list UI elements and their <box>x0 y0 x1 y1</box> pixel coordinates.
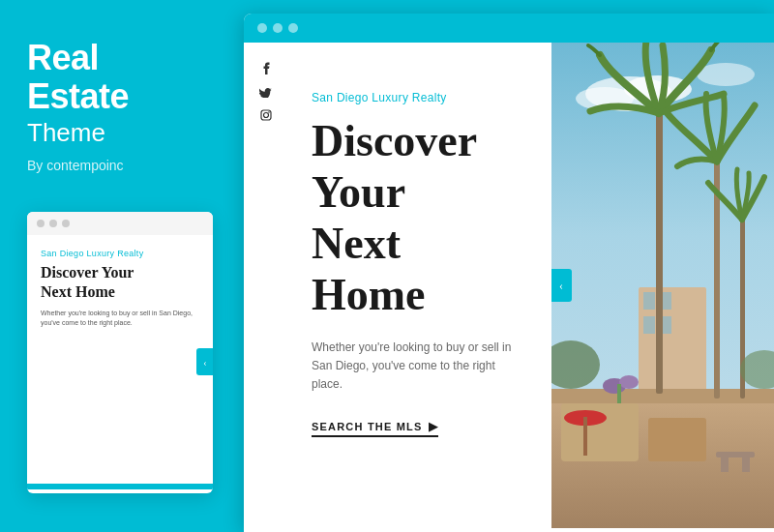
instagram-icon[interactable] <box>259 108 273 122</box>
svg-rect-19 <box>716 452 755 458</box>
main-dot-1 <box>257 23 267 33</box>
main-browser-bar <box>244 14 774 43</box>
svg-point-2 <box>268 111 270 113</box>
main-body-text: Whether you're looking to buy or sell in… <box>312 339 522 395</box>
photo-chevron-button[interactable]: ‹ <box>551 269 572 302</box>
mini-site-label: San Diego Luxury Realty <box>41 249 199 258</box>
svg-rect-25 <box>656 113 663 394</box>
main-content: San Diego Luxury Realty Discover Your Ne… <box>292 43 551 528</box>
svg-rect-16 <box>648 418 706 461</box>
mini-bottom-bar <box>27 484 213 489</box>
main-sidebar <box>244 43 292 528</box>
left-panel: Real Estate Theme By contempoinc San Die… <box>0 0 240 532</box>
main-heading: Discover Your Next Home <box>312 116 522 321</box>
main-dot-3 <box>288 23 298 33</box>
svg-point-23 <box>619 375 639 389</box>
svg-rect-21 <box>742 458 750 472</box>
mini-body-text: Whether you're looking to buy or sell in… <box>41 309 199 329</box>
mini-browser-mockup: San Diego Luxury Realty Discover Your Ne… <box>27 212 213 493</box>
mini-dot-2 <box>49 220 57 227</box>
svg-rect-9 <box>643 292 655 310</box>
main-browser: San Diego Luxury Realty Discover Your Ne… <box>244 14 774 532</box>
twitter-icon[interactable] <box>259 85 273 99</box>
brand-title: Real Estate <box>27 39 213 115</box>
mini-dot-1 <box>37 220 45 227</box>
mini-browser-bar <box>27 212 213 235</box>
main-browser-body: San Diego Luxury Realty Discover Your Ne… <box>244 43 774 528</box>
mini-dot-3 <box>62 220 70 227</box>
svg-point-7 <box>697 63 755 86</box>
svg-point-1 <box>264 113 269 118</box>
main-dot-2 <box>273 23 283 33</box>
hero-photo: ‹ <box>551 43 774 528</box>
brand-subtitle: Theme <box>27 117 213 150</box>
mini-browser-content: San Diego Luxury Realty Discover Your Ne… <box>27 235 213 489</box>
facebook-icon[interactable] <box>259 62 273 75</box>
mini-chevron-button[interactable]: ‹ <box>196 348 213 375</box>
svg-rect-24 <box>617 384 621 403</box>
svg-rect-20 <box>721 458 729 472</box>
svg-rect-11 <box>643 316 655 334</box>
mini-heading: Discover Your Next Home <box>41 263 199 302</box>
arrow-right-icon: ▶ <box>429 420 438 433</box>
search-mls-button[interactable]: SEARCH THE MLS ▶ <box>312 420 438 437</box>
brand-by: By contempoinc <box>27 158 213 173</box>
svg-rect-18 <box>583 417 587 456</box>
site-label: San Diego Luxury Realty <box>312 91 522 104</box>
